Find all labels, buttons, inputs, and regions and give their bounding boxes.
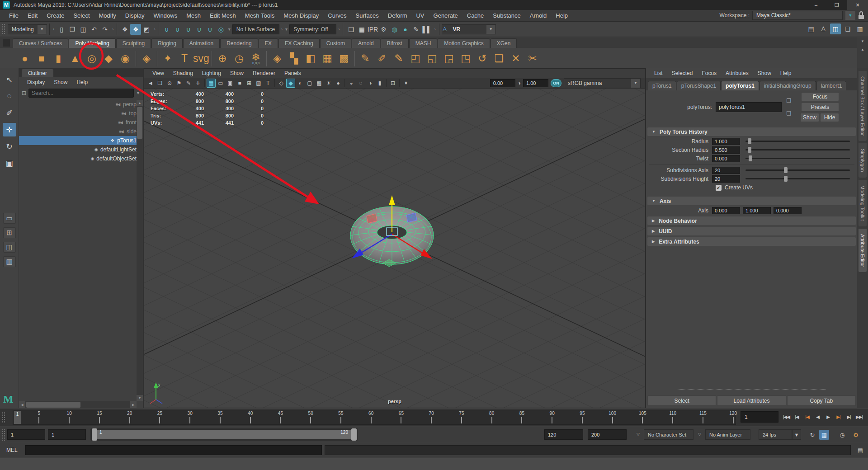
statusline-icon[interactable]: ↷ — [99, 24, 110, 35]
menu-item[interactable]: Deform — [383, 12, 412, 19]
menu-item[interactable]: Generate — [429, 12, 462, 19]
statusline-icon[interactable]: ❐ — [67, 24, 78, 35]
scroll-down-icon[interactable]: ▼ — [137, 395, 143, 401]
shelf-icon[interactable]: ✐ — [374, 50, 390, 67]
viewport-toolbar-icon[interactable] — [203, 79, 206, 88]
auto-keyframe-icon[interactable]: ▦ — [819, 430, 829, 440]
notes-icon[interactable]: ❐ — [784, 97, 793, 105]
statusline-grip[interactable] — [2, 24, 6, 35]
anim-layer-dropdown[interactable]: No Anim Layer — [705, 429, 750, 440]
attribute-editor-menu-item[interactable]: Selected — [667, 70, 698, 76]
shelf-icon[interactable]: svg — [193, 50, 209, 67]
node-tab[interactable]: polyTorus1 — [721, 81, 759, 90]
playback-button[interactable]: ◀ — [812, 410, 823, 423]
current-frame-indicator[interactable]: 1 — [14, 411, 21, 424]
panel-toggle-icon[interactable]: ▥ — [854, 24, 865, 34]
node-tab[interactable]: pTorus1 — [648, 81, 676, 90]
outliner-item[interactable]: ◉defaultLightSet — [19, 145, 137, 154]
viewport-toolbar-icon[interactable]: ▦ — [207, 79, 216, 88]
viewport-toolbar-icon[interactable]: ▢ — [305, 79, 314, 88]
script-editor-icon[interactable]: ▤ — [855, 446, 865, 455]
layout-shortcut-icon[interactable]: ▥ — [3, 256, 16, 267]
hide-button[interactable]: Hide — [820, 113, 839, 122]
attribute-editor-menu-item[interactable]: Focus — [697, 70, 721, 76]
viewport-toolbar-icon[interactable]: ◒ — [347, 79, 356, 88]
shelf-tab[interactable]: Bifrost — [381, 38, 409, 48]
viewport-toolbar-icon[interactable]: ◇ — [277, 79, 286, 88]
playback-button[interactable]: ▶| — [833, 410, 844, 423]
viewport-menu-item[interactable]: Panels — [280, 70, 306, 76]
range-end-handle[interactable] — [351, 428, 357, 441]
animation-start-field[interactable] — [7, 429, 45, 440]
attribute-value-field[interactable] — [712, 175, 740, 183]
copy-icon[interactable]: ❏ — [784, 109, 793, 118]
section-header-poly-torus-history[interactable]: ▼ Poly Torus History — [647, 127, 856, 136]
shelf-icon[interactable]: ◲ — [441, 50, 457, 67]
section-header-axis[interactable]: ▼ Axis — [647, 197, 856, 205]
render-icon[interactable]: ⚙ — [378, 24, 389, 35]
viewport-toolbar-icon[interactable]: ▩ — [315, 79, 324, 88]
minimize-button[interactable]: – — [806, 0, 826, 10]
menu-item[interactable]: UV — [411, 12, 429, 19]
menu-item[interactable]: Create — [42, 12, 69, 19]
playback-button[interactable]: ▶ — [823, 410, 833, 423]
shelf-icon[interactable]: ◈ — [139, 50, 154, 67]
footer-button[interactable]: Load Attributes — [717, 395, 786, 406]
axis-value-field[interactable] — [743, 207, 771, 214]
shelf-tab[interactable]: Sculpting — [116, 38, 151, 48]
viewport-toolbar-icon[interactable]: ⊞ — [245, 79, 254, 88]
anim-prefs-icon[interactable]: ⚙ — [851, 430, 861, 440]
viewport-toolbar-icon[interactable]: ● — [334, 79, 343, 88]
shelf-icon[interactable]: ◱ — [425, 50, 440, 67]
shelf-icon[interactable]: ◧ — [303, 50, 318, 67]
group-collapse-icon[interactable]: › — [153, 27, 156, 32]
group-collapse-icon[interactable]: › — [111, 27, 114, 32]
shelf-icon[interactable]: ▲ — [67, 50, 83, 67]
shelf-icon[interactable]: ⊕ — [215, 50, 230, 67]
menu-item[interactable]: Display — [121, 12, 149, 19]
gamma-field[interactable] — [523, 79, 548, 87]
chevron-down-icon[interactable]: ▼ — [136, 91, 140, 95]
tool-icon[interactable]: ↻ — [3, 140, 16, 153]
group-collapse-icon[interactable]: › — [337, 27, 340, 32]
viewport-toolbar-icon[interactable]: ⚑ — [175, 79, 184, 88]
snap-icon[interactable]: ∪ — [183, 24, 194, 35]
shelf-tab[interactable]: Rendering — [220, 38, 258, 48]
panel-toggle-icon[interactable]: ◫ — [830, 24, 841, 34]
snap-icon[interactable]: ∪ — [172, 24, 183, 35]
menu-item[interactable]: File — [5, 12, 23, 19]
dropdown-arrow-icon[interactable]: ▾ — [227, 27, 231, 32]
viewport-menu-item[interactable]: Shading — [169, 70, 198, 76]
color-management-toggle[interactable]: ON — [551, 79, 561, 87]
shelf-icon[interactable]: ◳ — [458, 50, 473, 67]
timeline-grip[interactable] — [2, 411, 6, 423]
shelf-tab[interactable]: FX Caching — [278, 38, 320, 48]
viewport-canvas[interactable]: y — [144, 89, 645, 408]
shelf-icon[interactable]: ◰ — [408, 50, 423, 67]
attribute-value-field[interactable] — [712, 167, 740, 174]
shelf-menu-icon[interactable] — [3, 39, 10, 47]
command-result-field[interactable] — [325, 445, 851, 455]
attribute-editor-menu-item[interactable]: Show — [753, 70, 776, 76]
viewport-toolbar-icon[interactable]: ▣ — [226, 79, 235, 88]
snap-icon[interactable]: ∪ — [161, 24, 172, 35]
shelf-icon[interactable]: ✂ — [525, 50, 540, 67]
viewport-toolbar-icon[interactable]: ⊙ — [165, 79, 174, 88]
outliner-filter-icon[interactable]: ⊡ — [22, 90, 26, 96]
attribute-slider[interactable] — [745, 158, 850, 159]
focus-button[interactable]: Focus — [801, 92, 839, 101]
shelf-icon[interactable]: ◆ — [101, 50, 116, 67]
attribute-slider[interactable] — [745, 178, 850, 179]
footer-button[interactable]: Select — [647, 395, 716, 406]
attribute-slider[interactable] — [745, 149, 850, 150]
shelf-icon[interactable]: ● — [17, 50, 33, 67]
node-tab[interactable]: lambert1 — [816, 81, 847, 90]
viewport-toolbar-icon[interactable]: ✛ — [193, 79, 203, 88]
timeline-ruler[interactable]: 1 51015202530354045505560657075808590951… — [13, 410, 736, 425]
viewport-toolbar-icon[interactable]: ▮ — [375, 79, 384, 88]
menu-item[interactable]: Modify — [94, 12, 121, 19]
menu-item[interactable]: Mesh — [182, 12, 205, 19]
viewport-toolbar-icon[interactable]: ◑ — [366, 79, 375, 88]
footer-button[interactable]: Copy Tab — [787, 395, 856, 406]
workspace-dropdown[interactable]: Maya Classic* — [752, 11, 843, 20]
